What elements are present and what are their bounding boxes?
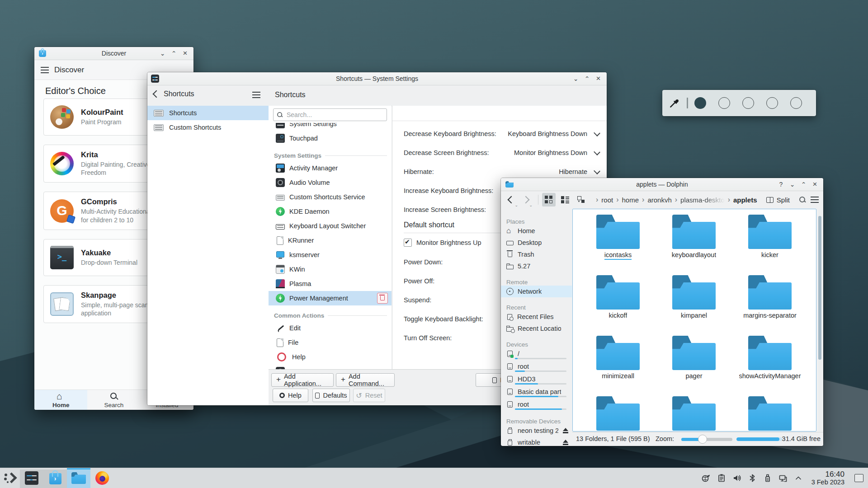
- details-view-button[interactable]: [575, 193, 588, 206]
- places-entry[interactable]: Recent: [501, 299, 572, 311]
- places-entry[interactable]: Places: [501, 213, 572, 225]
- back-button[interactable]: [505, 194, 517, 206]
- maximize-button[interactable]: [581, 72, 593, 85]
- breadcrumb-item[interactable]: aronkvh: [647, 196, 671, 204]
- task-discover[interactable]: [43, 468, 67, 488]
- minimize-button[interactable]: [570, 72, 581, 85]
- shortcut-app-row[interactable]: File: [269, 335, 392, 350]
- settings-titlebar[interactable]: Shortcuts — System Settings: [147, 72, 607, 85]
- search-input[interactable]: [286, 111, 369, 119]
- close-button[interactable]: [593, 72, 604, 85]
- minimize-button[interactable]: [787, 178, 798, 191]
- folder-item[interactable]: pager: [656, 336, 732, 382]
- app-launcher-button[interactable]: [0, 468, 20, 488]
- icons-view-button[interactable]: [542, 193, 556, 206]
- folder-item[interactable]: kicker: [732, 215, 808, 261]
- empty-color-swatch[interactable]: [790, 97, 802, 109]
- folder-item[interactable]: margins-separator: [732, 275, 808, 321]
- places-entry[interactable]: Remote: [501, 274, 572, 286]
- shortcut-app-row[interactable]: System Settings: [269, 145, 392, 161]
- add-command-button[interactable]: Add Command...: [336, 373, 395, 387]
- places-entry[interactable]: Removable Devices: [501, 413, 572, 425]
- default-shortcut-checkbox[interactable]: [404, 239, 412, 247]
- shortcut-app-row[interactable]: Help: [269, 350, 392, 364]
- volume-icon[interactable]: [732, 473, 742, 483]
- view-scrollbar[interactable]: [818, 210, 821, 432]
- places-entry[interactable]: Recent Files: [501, 311, 572, 323]
- shortcut-app-row[interactable]: KRunner: [269, 233, 392, 248]
- shortcut-app-row[interactable]: Audio Volume: [269, 175, 392, 190]
- empty-color-swatch[interactable]: [718, 97, 730, 109]
- shortcut-app-row[interactable]: Activity Manager: [269, 161, 392, 175]
- sidebar-item-custom-shortcuts[interactable]: Custom Shortcuts: [147, 120, 269, 135]
- shortcut-app-row[interactable]: KDE Daemon: [269, 204, 392, 219]
- folder-item[interactable]: showActivityManager: [732, 336, 808, 382]
- discover-titlebar[interactable]: Discover: [34, 47, 193, 60]
- places-entry[interactable]: Devices: [501, 336, 572, 348]
- places-entry[interactable]: HDD3: [501, 373, 572, 386]
- places-entry[interactable]: neon testing 2...: [501, 425, 572, 436]
- selected-color-swatch[interactable]: [694, 97, 706, 109]
- places-entry[interactable]: Basic data partiti...: [501, 386, 572, 399]
- shortcut-app-row[interactable]: Touchpad: [269, 131, 392, 145]
- folder-item[interactable]: [580, 396, 656, 432]
- split-button[interactable]: Split: [766, 196, 790, 204]
- eject-icon[interactable]: [562, 428, 568, 433]
- close-button[interactable]: [179, 47, 191, 60]
- help-button[interactable]: Help: [273, 389, 308, 402]
- reset-button[interactable]: Reset: [353, 389, 385, 402]
- show-desktop-button[interactable]: [854, 474, 863, 482]
- task-dolphin[interactable]: [67, 468, 90, 488]
- shortcut-app-row[interactable]: KWin: [269, 262, 392, 277]
- hamburger-menu-icon[interactable]: [811, 197, 819, 203]
- search-field[interactable]: [273, 108, 387, 121]
- removable-media-icon[interactable]: [763, 473, 773, 483]
- places-entry[interactable]: Network: [501, 286, 572, 297]
- places-entry[interactable]: writable: [501, 436, 572, 446]
- chevron-down-icon[interactable]: [594, 168, 600, 174]
- places-entry[interactable]: Trash: [501, 249, 572, 260]
- task-firefox[interactable]: [90, 468, 114, 488]
- sidebar-menu-icon[interactable]: [252, 92, 260, 98]
- shortcut-assignment-row[interactable]: Decrease Screen Brightness: Monitor Brig…: [404, 143, 601, 162]
- places-entry[interactable]: Home: [501, 225, 572, 237]
- zoom-slider[interactable]: [681, 438, 732, 441]
- eject-icon[interactable]: [562, 440, 568, 445]
- delete-shortcut-button[interactable]: [377, 293, 388, 304]
- folder-item[interactable]: [732, 396, 808, 432]
- help-button[interactable]: [775, 178, 787, 191]
- bluetooth-icon[interactable]: [747, 473, 757, 483]
- shortcut-app-row[interactable]: System Settings: [269, 123, 392, 131]
- places-entry[interactable]: root: [501, 361, 572, 373]
- add-application-button[interactable]: Add Application...: [271, 373, 334, 387]
- folder-item[interactable]: minimizeall: [580, 336, 656, 382]
- shortcut-app-row[interactable]: Edit: [269, 321, 392, 335]
- places-entry[interactable]: /: [501, 348, 572, 361]
- discover-nav-tab[interactable]: Home: [34, 390, 87, 410]
- empty-color-swatch[interactable]: [766, 97, 778, 109]
- breadcrumb-item[interactable]: root: [601, 196, 613, 204]
- folder-item[interactable]: kimpanel: [656, 275, 732, 321]
- zoom-slider-handle[interactable]: [698, 435, 707, 444]
- compact-view-button[interactable]: [558, 193, 572, 206]
- eyedropper-icon[interactable]: [669, 97, 680, 109]
- defaults-button[interactable]: Defaults: [312, 389, 350, 402]
- shortcut-app-row[interactable]: Keyboard Layout Switcher: [269, 219, 392, 233]
- empty-color-swatch[interactable]: [742, 97, 754, 109]
- shortcut-assignment-row[interactable]: Decrease Keyboard Brightness: Keyboard B…: [404, 124, 601, 143]
- places-entry[interactable]: 5.27: [501, 260, 572, 272]
- task-system-settings[interactable]: [20, 468, 43, 488]
- clipboard-icon[interactable]: [717, 473, 726, 483]
- folder-item[interactable]: keyboardlayout: [656, 215, 732, 261]
- minimize-button[interactable]: [157, 47, 168, 60]
- shortcut-app-row[interactable]: ksmserver: [269, 248, 392, 262]
- network-icon[interactable]: [778, 473, 788, 483]
- back-button[interactable]: Shortcuts: [154, 90, 194, 98]
- breadcrumb-item[interactable]: applets: [733, 196, 757, 204]
- search-icon[interactable]: [799, 196, 806, 203]
- discover-nav-tab[interactable]: Search: [87, 390, 140, 410]
- folder-item[interactable]: kickoff: [580, 275, 656, 321]
- shortcut-app-row[interactable]: Common Actions: [269, 305, 392, 321]
- close-button[interactable]: [809, 178, 821, 191]
- chevron-down-icon[interactable]: [594, 149, 600, 155]
